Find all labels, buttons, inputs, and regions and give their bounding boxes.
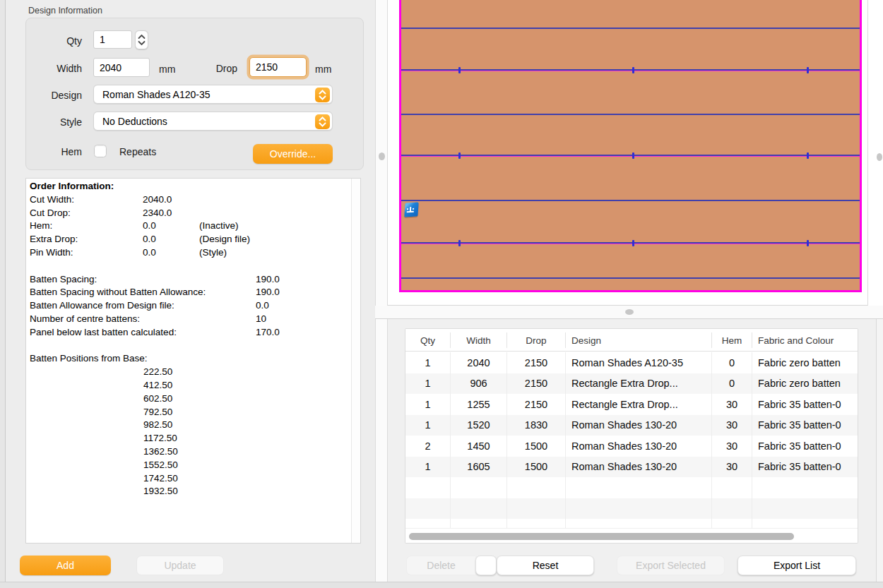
drop-unit: mm	[315, 64, 331, 75]
table-cell: Roman Shades A120-35	[566, 352, 712, 373]
table-row[interactable]	[405, 477, 858, 498]
table-cell	[451, 477, 507, 498]
batten-marker-icon[interactable]	[404, 203, 419, 217]
qty-input[interactable]: 1	[93, 30, 132, 49]
order-info-line: Extra Drop:0.0(Design file)	[30, 234, 349, 247]
table-row[interactable]	[405, 498, 858, 520]
order-info-line	[30, 260, 349, 274]
table-cell: 2150	[507, 394, 566, 415]
table-horizontal-scrollbar[interactable]	[405, 528, 858, 544]
qty-label: Qty	[35, 35, 82, 47]
table-cell: 1450	[451, 436, 507, 457]
design-select-value: Roman Shades A120-35	[102, 89, 211, 100]
list-spacer-button[interactable]	[475, 556, 497, 575]
order-info-line: Pin Width:0.0(Style)	[30, 247, 349, 260]
order-info-scrollbar[interactable]	[351, 179, 360, 543]
table-cell: Fabric 35 batten-0	[752, 394, 858, 415]
seam-line	[401, 244, 860, 244]
width-input[interactable]: 2040	[93, 58, 150, 77]
hem-label: Hem	[28, 146, 82, 157]
splitter-handle-icon[interactable]	[625, 309, 634, 315]
reset-button[interactable]: Reset	[497, 556, 594, 575]
right-scroll-gutter[interactable]	[867, 0, 883, 306]
batten-tick	[458, 67, 461, 73]
table-cell	[566, 519, 712, 528]
export-list-button[interactable]: Export List	[737, 556, 856, 575]
table-cell: Fabric 35 batten-0	[752, 436, 858, 457]
batten-tick	[807, 152, 809, 159]
table-cell	[405, 477, 451, 498]
column-header-width[interactable]: Width	[451, 332, 507, 348]
delete-button: Delete	[406, 556, 475, 575]
table-cell: 1	[405, 352, 451, 373]
scrollbar-thumb[interactable]	[409, 533, 794, 540]
table-cell: 2040	[451, 352, 507, 373]
design-select[interactable]: Roman Shades A120-35	[93, 85, 333, 104]
app-window: Design Information Qty 1 Width 2040 mm D…	[0, 0, 883, 588]
table-row[interactable]: 214501500Roman Shades 130-2030Fabric 35 …	[405, 436, 858, 457]
table-cell: 1	[405, 373, 451, 395]
table-cell	[566, 498, 712, 520]
splitter-handle-icon[interactable]	[379, 152, 385, 160]
table-cell: 2150	[507, 352, 566, 373]
batten-line	[401, 277, 860, 279]
table-cell: Rectangle Extra Drop...	[566, 373, 712, 395]
qty-stepper[interactable]	[135, 30, 148, 49]
table-row[interactable]: 120402150Roman Shades A120-350Fabric zer…	[405, 352, 858, 373]
seam-line	[401, 71, 860, 71]
table-cell	[507, 519, 566, 528]
table-cell: 1	[405, 394, 451, 415]
width-unit: mm	[159, 64, 175, 75]
vertical-splitter[interactable]	[375, 0, 388, 582]
table-cell: Roman Shades 130-20	[566, 436, 712, 457]
shade-preview-canvas[interactable]	[388, 0, 867, 306]
order-info-line: Cut Width:2040.0	[30, 194, 349, 208]
drop-input[interactable]: 2150	[249, 57, 307, 77]
column-header-drop[interactable]: Drop	[507, 332, 566, 348]
order-info-line: 1362.50	[30, 446, 349, 460]
order-info-line	[30, 340, 349, 354]
order-information-box: Order Information:Cut Width:2040.0Cut Dr…	[25, 178, 361, 544]
hem-checkbox[interactable]	[94, 145, 107, 157]
table-cell: 0	[712, 352, 752, 373]
order-info-line: 1742.50	[30, 473, 349, 486]
order-list-table: QtyWidthDropDesignHemFabric and Colour 1…	[405, 328, 858, 544]
table-cell: Fabric 35 batten-0	[752, 415, 858, 436]
table-row[interactable]: 116051500Roman Shades 130-2030Fabric 35 …	[405, 457, 858, 478]
design-panel: Design Information Qty 1 Width 2040 mm D…	[6, 0, 375, 582]
table-row[interactable]: 112552150Rectangle Extra Drop...30Fabric…	[405, 394, 858, 415]
batten-line	[401, 200, 860, 201]
table-cell: 30	[712, 457, 752, 478]
table-cell: 1605	[451, 457, 507, 478]
order-info-line: 602.50	[30, 393, 349, 407]
column-header-qty[interactable]: Qty	[405, 332, 451, 348]
table-cell	[451, 498, 507, 520]
panel-gutter	[877, 319, 883, 582]
column-header-design[interactable]: Design	[566, 332, 712, 348]
window-left-edge	[0, 0, 6, 588]
table-cell: 1	[405, 415, 451, 436]
scroll-handle-icon[interactable]	[877, 153, 882, 161]
column-header-hem[interactable]: Hem	[712, 332, 752, 348]
override-button[interactable]: Override...	[253, 144, 333, 164]
order-info-line: Hem:0.0(Inactive)	[30, 220, 349, 234]
table-cell	[566, 477, 712, 498]
table-cell: 0	[712, 373, 752, 395]
table-cell: 1	[405, 457, 451, 478]
table-row[interactable]: 19062150Rectangle Extra Drop...0Fabric z…	[405, 373, 858, 395]
table-cell: 1255	[451, 394, 507, 415]
table-cell	[752, 498, 858, 520]
add-button[interactable]: Add	[20, 556, 111, 575]
table-cell	[451, 519, 507, 528]
table-cell: Rectangle Extra Drop...	[566, 394, 712, 415]
batten-tick	[807, 67, 809, 73]
column-header-fabric-and-colour[interactable]: Fabric and Colour	[752, 332, 858, 348]
table-row[interactable]: 115201830Roman Shades 130-2030Fabric 35 …	[405, 415, 858, 436]
style-select-value: No Deductions	[102, 116, 167, 127]
table-cell: 1500	[507, 436, 566, 457]
horizontal-splitter[interactable]	[375, 306, 883, 319]
table-row[interactable]	[405, 519, 858, 528]
table-cell: 2150	[507, 373, 566, 395]
style-select[interactable]: No Deductions	[93, 112, 333, 131]
chevron-up-icon	[138, 34, 146, 40]
